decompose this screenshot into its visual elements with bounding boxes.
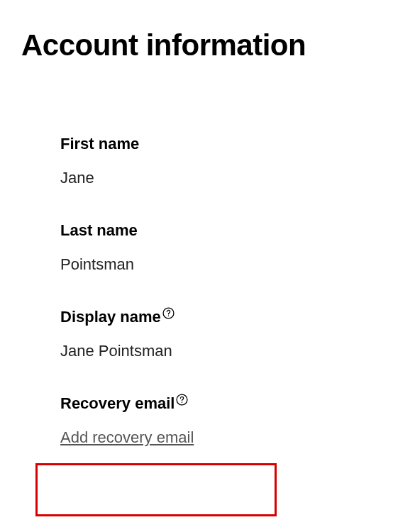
display-name-value: Jane Pointsman bbox=[60, 342, 194, 360]
field-last-name: Last name Pointsman bbox=[60, 221, 194, 274]
field-recovery-email: Recovery email Add recovery email bbox=[60, 394, 194, 447]
field-first-name: First name Jane bbox=[60, 135, 194, 187]
help-icon[interactable] bbox=[176, 394, 188, 406]
field-display-name: Display name Jane Pointsman bbox=[60, 308, 194, 360]
svg-point-1 bbox=[168, 315, 169, 316]
recovery-email-label-text: Recovery email bbox=[60, 394, 175, 413]
last-name-label: Last name bbox=[60, 221, 194, 240]
first-name-value: Jane bbox=[60, 169, 194, 187]
account-fields: First name Jane Last name Pointsman Disp… bbox=[60, 135, 194, 447]
display-name-label: Display name bbox=[60, 308, 194, 326]
page-title: Account information bbox=[21, 28, 306, 62]
svg-point-3 bbox=[182, 401, 182, 402]
first-name-label: First name bbox=[60, 135, 194, 153]
last-name-value: Pointsman bbox=[60, 255, 194, 274]
add-recovery-email-link[interactable]: Add recovery email bbox=[60, 428, 194, 447]
help-icon[interactable] bbox=[162, 307, 175, 319]
display-name-label-text: Display name bbox=[60, 308, 161, 326]
highlight-annotation bbox=[35, 463, 277, 516]
recovery-email-label: Recovery email bbox=[60, 394, 194, 413]
